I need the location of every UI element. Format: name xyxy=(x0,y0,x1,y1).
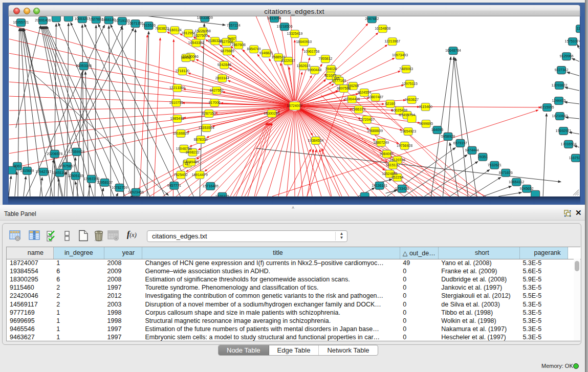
svg-text:9245652: 9245652 xyxy=(520,187,534,190)
svg-text:1315689: 1315689 xyxy=(20,169,34,172)
svg-text:1112: 1112 xyxy=(577,27,580,30)
svg-text:16671355: 16671355 xyxy=(127,21,143,25)
svg-text:2803144: 2803144 xyxy=(215,76,229,80)
svg-text:12213967: 12213967 xyxy=(384,39,400,43)
svg-text:13325419: 13325419 xyxy=(287,32,302,35)
svg-text:1527602: 1527602 xyxy=(89,17,103,21)
svg-text:1615132: 1615132 xyxy=(386,163,400,167)
svg-text:14099489: 14099489 xyxy=(183,160,199,164)
svg-text:9699695: 9699695 xyxy=(419,122,433,125)
svg-text:7986372: 7986372 xyxy=(352,107,365,111)
svg-text:20364436: 20364436 xyxy=(344,97,360,101)
svg-text:8878334: 8878334 xyxy=(194,138,208,141)
svg-text:14136141: 14136141 xyxy=(372,184,387,187)
svg-text:10653267: 10653267 xyxy=(74,17,90,20)
svg-text:8267150: 8267150 xyxy=(202,112,216,115)
svg-text:10961758: 10961758 xyxy=(303,50,319,53)
svg-text:15720407: 15720407 xyxy=(359,118,375,121)
svg-text:9777169: 9777169 xyxy=(332,79,346,82)
svg-text:8322037: 8322037 xyxy=(281,59,295,62)
svg-text:19218506: 19218506 xyxy=(277,25,293,28)
svg-text:16154808: 16154808 xyxy=(375,27,390,30)
svg-text:7485063: 7485063 xyxy=(399,67,413,71)
svg-text:17359924: 17359924 xyxy=(69,150,84,154)
svg-text:2087682: 2087682 xyxy=(365,17,379,20)
svg-text:9227342: 9227342 xyxy=(554,68,568,72)
svg-text:7625402: 7625402 xyxy=(174,173,188,177)
svg-text:16210643: 16210643 xyxy=(552,114,568,118)
svg-text:8990448: 8990448 xyxy=(308,68,321,72)
svg-text:8215955: 8215955 xyxy=(540,105,554,109)
svg-text:7515526: 7515526 xyxy=(142,24,156,27)
svg-text:15751074: 15751074 xyxy=(565,39,580,43)
svg-text:15716485: 15716485 xyxy=(203,184,219,188)
svg-text:9463627: 9463627 xyxy=(405,98,419,101)
svg-text:1733426: 1733426 xyxy=(395,187,409,190)
svg-text:10782759: 10782759 xyxy=(112,186,127,189)
svg-text:13524851: 13524851 xyxy=(382,172,398,176)
svg-text:6579197: 6579197 xyxy=(453,141,467,145)
svg-text:8471676: 8471676 xyxy=(499,171,513,174)
svg-text:16914479: 16914479 xyxy=(192,173,208,177)
svg-text:1588520: 1588520 xyxy=(271,55,285,59)
svg-text:3061: 3061 xyxy=(13,164,21,168)
svg-text:10973493: 10973493 xyxy=(392,53,408,57)
svg-text:20975867: 20975867 xyxy=(59,164,75,168)
svg-text:7955812: 7955812 xyxy=(318,57,332,60)
svg-text:20053346: 20053346 xyxy=(76,64,92,68)
svg-text:6897568: 6897568 xyxy=(337,86,351,90)
svg-text:17957253: 17957253 xyxy=(83,177,99,181)
svg-text:16120746: 16120746 xyxy=(389,158,405,162)
svg-text:9242848: 9242848 xyxy=(217,63,231,67)
svg-text:1610755: 1610755 xyxy=(169,101,183,104)
svg-text:10688609: 10688609 xyxy=(367,129,383,133)
svg-text:7357224: 7357224 xyxy=(227,24,241,27)
svg-text:20691406: 20691406 xyxy=(35,18,51,22)
svg-text:8427552: 8427552 xyxy=(210,89,224,92)
svg-text:10958107: 10958107 xyxy=(97,181,113,184)
svg-text:18300295: 18300295 xyxy=(264,112,280,115)
svg-text:164095: 164095 xyxy=(431,128,443,132)
svg-text:9115460: 9115460 xyxy=(419,105,432,108)
svg-text:17016504: 17016504 xyxy=(561,142,577,146)
svg-text:19756928: 19756928 xyxy=(397,144,412,147)
svg-text:2867608: 2867608 xyxy=(232,43,246,47)
svg-text:62160: 62160 xyxy=(385,102,396,105)
svg-text:9129966: 9129966 xyxy=(559,54,573,58)
svg-text:18807249: 18807249 xyxy=(373,141,389,144)
svg-text:8813054: 8813054 xyxy=(267,16,281,20)
svg-text:3498222: 3498222 xyxy=(186,150,200,154)
svg-text:12975115: 12975115 xyxy=(402,82,418,85)
svg-text:19654923: 19654923 xyxy=(400,129,416,133)
svg-text:9146821: 9146821 xyxy=(259,51,273,55)
svg-text:9084067: 9084067 xyxy=(380,152,394,156)
svg-text:10046756: 10046756 xyxy=(176,147,192,150)
svg-text:9327503: 9327503 xyxy=(194,34,208,37)
svg-text:16543362: 16543362 xyxy=(188,41,204,45)
svg-text:1244415: 1244415 xyxy=(552,99,566,102)
svg-text:16033809: 16033809 xyxy=(197,16,213,19)
svg-text:2718120: 2718120 xyxy=(176,69,189,73)
svg-text:12923466: 12923466 xyxy=(128,190,144,194)
svg-text:7632621: 7632621 xyxy=(488,163,502,167)
svg-text:9474444: 9474444 xyxy=(465,148,479,152)
svg-text:18640910: 18640910 xyxy=(296,40,312,43)
svg-text:10654112: 10654112 xyxy=(509,180,525,184)
svg-text:9457771: 9457771 xyxy=(167,184,181,187)
svg-text:17942737: 17942737 xyxy=(35,170,51,173)
svg-text:1167533: 1167533 xyxy=(569,156,580,160)
svg-text:7663822: 7663822 xyxy=(155,27,169,30)
svg-text:12093822: 12093822 xyxy=(552,83,568,87)
svg-text:3675685: 3675685 xyxy=(221,49,234,53)
svg-text:19384554: 19384554 xyxy=(308,139,323,142)
svg-text:252254: 252254 xyxy=(391,176,403,179)
svg-text:12505135: 12505135 xyxy=(68,174,83,178)
svg-text:11451194: 11451194 xyxy=(52,171,68,174)
svg-text:29351: 29351 xyxy=(478,155,488,159)
svg-text:16055721: 16055721 xyxy=(13,20,29,24)
svg-text:19166829: 19166829 xyxy=(173,132,189,135)
svg-text:16648784: 16648784 xyxy=(445,49,461,52)
svg-text:10025438: 10025438 xyxy=(391,108,407,112)
svg-text:15495794: 15495794 xyxy=(399,113,415,117)
svg-text:794028: 794028 xyxy=(325,67,337,71)
